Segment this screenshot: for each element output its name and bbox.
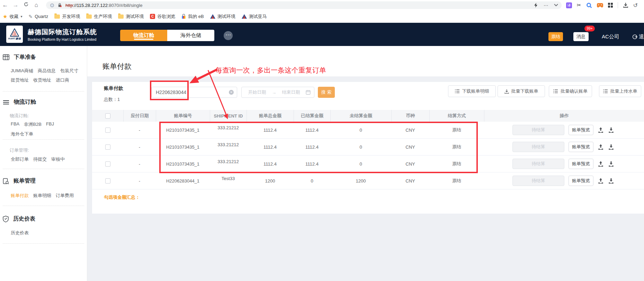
bookmark-test-env[interactable]: 测试环境: [210, 13, 235, 20]
company-menu[interactable]: AC公司: [602, 34, 619, 40]
sidebar-item-delivery-address[interactable]: 收货地址: [33, 77, 51, 83]
upload-icon[interactable]: [598, 178, 604, 184]
address-more-icon[interactable]: ⋯: [544, 2, 548, 8]
header-more-icon[interactable]: ⋯: [224, 31, 233, 40]
sidebar-item-fba[interactable]: FBA: [11, 121, 19, 128]
pending-settle-button[interactable]: 待结算: [512, 176, 564, 186]
gamepad-extension-icon[interactable]: [597, 3, 603, 8]
url-text[interactable]: http://115.28.227.122:8070/#/bill/single: [65, 3, 142, 8]
search-button[interactable]: 搜 索: [318, 87, 335, 98]
sidebar-item-price-history[interactable]: 历史价表: [11, 230, 29, 236]
sidebar-item-jumia-shop[interactable]: JUMIA商铺: [11, 68, 33, 74]
download-icon[interactable]: [608, 127, 614, 133]
bill-preview-button[interactable]: 账单预览: [569, 159, 593, 169]
col-bill-number: 账单编号: [156, 110, 210, 122]
sidebar-item-pickup-address[interactable]: 提货地址: [11, 77, 29, 83]
tab-logistics-booking[interactable]: 物流订舱: [120, 30, 167, 41]
header-tabs: 物流订舱 海外仓储: [120, 30, 214, 41]
document-search-icon: [3, 178, 9, 184]
cell-currency: CNY: [391, 128, 429, 133]
ticket-settle-button[interactable]: 票结: [548, 32, 563, 41]
lightning-icon[interactable]: [534, 3, 538, 8]
annotation-text: 每查询一次，多出一条这个重复订单: [215, 66, 326, 75]
address-bar[interactable]: http://115.28.227.122:8070/#/bill/single…: [46, 1, 562, 9]
back-icon[interactable]: ←: [0, 2, 10, 9]
bookmark-test-amazon[interactable]: 测试亚马: [242, 13, 267, 20]
bookmark-folder-test[interactable]: 测试环境: [118, 13, 144, 20]
bookmark-folder-prod[interactable]: 生产环境: [86, 13, 112, 20]
row-checkbox[interactable]: [105, 144, 110, 150]
date-range-picker[interactable]: 开始日期 → 结束日期: [241, 87, 314, 98]
bookmark-favorites[interactable]: ★ 收藏 ▾: [3, 13, 22, 20]
bookmark-quartz[interactable]: ✎ Quartz: [28, 14, 48, 19]
scissors-extension-icon[interactable]: ✂: [577, 2, 581, 8]
bookmark-folder-dev[interactable]: 开发环境: [54, 13, 80, 20]
download-icon[interactable]: [608, 178, 614, 184]
forward-icon[interactable]: →: [10, 2, 21, 9]
downloads-icon[interactable]: [623, 2, 628, 8]
sidebar-item-all-orders[interactable]: 全部订单: [11, 156, 29, 162]
row-checkbox[interactable]: [105, 161, 110, 167]
hart-logo: HART赫德: [6, 26, 23, 43]
bill-search-input[interactable]: [151, 87, 237, 98]
row-checkbox[interactable]: [105, 128, 110, 133]
select-all-checkbox[interactable]: [105, 113, 110, 119]
sidebar-item-overseas-order[interactable]: 海外仓下单: [11, 131, 33, 137]
pending-settle-button[interactable]: 待结算: [512, 142, 564, 152]
batch-download-bills-button[interactable]: 批量下载账单: [498, 85, 545, 97]
restore-icon[interactable]: ↺: [633, 2, 638, 9]
tab-overseas-warehouse[interactable]: 海外仓储: [167, 30, 214, 41]
bill-preview-button[interactable]: 账单预览: [569, 176, 593, 186]
upload-icon[interactable]: [598, 127, 604, 133]
pending-settle-button[interactable]: 待结算: [512, 159, 564, 169]
cell-bill-number: H2101073435_1: [156, 128, 210, 133]
folder-icon: [118, 15, 124, 19]
grid-table-icon: [3, 54, 9, 60]
batch-confirm-bills-button[interactable]: 批量确认账单: [549, 85, 592, 97]
bookmarks-bar: ★ 收藏 ▾ ✎ Quartz 开发环境 生产环境 测试环境 C谷歌浏览 我的 …: [0, 10, 644, 23]
sidebar-group-label: 订单管理:: [10, 147, 29, 153]
reload-icon[interactable]: [21, 2, 31, 9]
total-count: 总数：1: [104, 96, 120, 103]
sidebar-item-importer[interactable]: 进口商: [56, 77, 69, 83]
pending-settle-button[interactable]: 待结算: [512, 125, 564, 135]
cell-settled: 1112.4: [294, 128, 330, 133]
bookmark-chrome[interactable]: C谷歌浏览: [150, 13, 175, 20]
site-info-icon[interactable]: [50, 3, 54, 7]
sidebar-section-logistics: 物流订舱: [3, 99, 36, 106]
extensions-grid-icon[interactable]: [608, 3, 613, 8]
row-checkbox[interactable]: [105, 178, 110, 184]
cell-currency: CNY: [391, 161, 429, 167]
logout-button[interactable]: 退出: [632, 34, 644, 40]
sidebar-section-billing: 账单管理: [3, 177, 36, 185]
download-icon[interactable]: [608, 144, 614, 150]
download-icon[interactable]: [608, 161, 614, 167]
upload-icon[interactable]: [598, 144, 604, 150]
bill-preview-button[interactable]: 账单预览: [569, 142, 593, 152]
bill-preview-button[interactable]: 账单预览: [569, 125, 593, 135]
search-extension-icon[interactable]: [586, 2, 592, 8]
translate-extension-icon[interactable]: 译: [566, 2, 572, 8]
download-bill-detail-button[interactable]: 下载账单明细: [448, 85, 496, 97]
sidebar-item-africa-b2b[interactable]: 非洲B2B: [24, 121, 42, 128]
sidebar-item-bill-payment[interactable]: 账单付款: [11, 193, 29, 199]
bill-payment-panel: 账单付款 总数：1 ✕ 开始日期 → 结束日期 搜 索 下载账单明细 批量下载账…: [92, 82, 644, 214]
bills-table: 应付日期 账单编号 SHIPMENT ID 账单总金额 已结算金额 未结算金额 …: [92, 110, 644, 189]
sidebar-item-under-review[interactable]: 审核中: [51, 156, 65, 162]
messages-button[interactable]: 消息: [573, 32, 589, 41]
home-icon[interactable]: ⌂: [31, 2, 42, 9]
sidebar-item-to-submit[interactable]: 待提交: [33, 156, 47, 162]
upload-icon[interactable]: [598, 161, 604, 167]
sidebar-item-order-fees[interactable]: 订单费用: [56, 193, 74, 199]
calendar-icon: [306, 90, 311, 95]
batch-upload-receipts-button[interactable]: 批量上传水单: [599, 85, 641, 97]
sidebar-item-product-info[interactable]: 商品信息: [38, 68, 56, 74]
sidebar-item-package-size[interactable]: 包装尺寸: [60, 68, 78, 74]
triangle-logo-icon: [242, 14, 247, 19]
clear-input-icon[interactable]: ✕: [229, 90, 234, 95]
sidebar-item-bill-detail[interactable]: 账单明细: [33, 193, 51, 199]
sidebar-item-fbj[interactable]: FBJ: [46, 121, 54, 128]
chevron-down-icon[interactable]: [554, 4, 558, 7]
bookmark-ebay[interactable]: 我的 eB: [181, 13, 204, 20]
insecure-lock-icon: [57, 3, 62, 8]
